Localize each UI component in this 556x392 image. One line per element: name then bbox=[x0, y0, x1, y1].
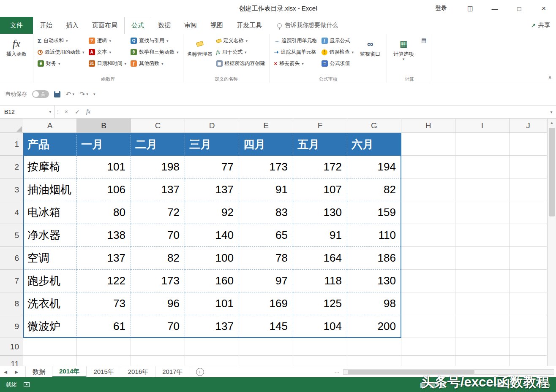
cell-J8[interactable] bbox=[510, 292, 547, 315]
sheet-tab-2016年[interactable]: 2016年 bbox=[121, 366, 155, 377]
cell-E11[interactable] bbox=[239, 356, 293, 366]
insert-function-icon[interactable]: fx bbox=[83, 105, 94, 118]
cell-F7[interactable]: 118 bbox=[293, 270, 347, 292]
cell-C2[interactable]: 198 bbox=[131, 156, 185, 178]
cell-G3[interactable]: 82 bbox=[347, 178, 401, 201]
cell-D10[interactable] bbox=[185, 338, 239, 356]
cell-I3[interactable] bbox=[455, 178, 510, 201]
cell-D5[interactable]: 140 bbox=[185, 224, 239, 247]
cell-G5[interactable]: 110 bbox=[347, 224, 401, 247]
macro-record-icon[interactable] bbox=[24, 382, 30, 387]
create-from-selection-button[interactable]: ▦ 根据所选内容创建 bbox=[215, 58, 267, 69]
cell-A6[interactable]: 空调 bbox=[23, 247, 77, 270]
cell-B2[interactable]: 101 bbox=[77, 156, 131, 178]
cell-H10[interactable] bbox=[401, 338, 455, 356]
cell-G11[interactable] bbox=[347, 356, 401, 366]
cell-E2[interactable]: 173 bbox=[239, 156, 293, 178]
cell-J6[interactable] bbox=[510, 247, 547, 270]
tab-developer[interactable]: 开发工具 bbox=[230, 17, 269, 34]
sheet-tab-数据[interactable]: 数据 bbox=[25, 366, 52, 377]
horizontal-scrollbar[interactable] bbox=[343, 369, 554, 375]
error-checking-button[interactable]: ! 错误检查 ▾ bbox=[320, 46, 356, 58]
cell-J3[interactable] bbox=[510, 178, 547, 201]
tab-formulas[interactable]: 公式 bbox=[124, 17, 151, 34]
formula-input[interactable] bbox=[94, 105, 547, 118]
row-header-8[interactable]: 8 bbox=[0, 292, 23, 315]
cell-C1[interactable]: 二月 bbox=[131, 133, 185, 156]
cell-F3[interactable]: 107 bbox=[293, 178, 347, 201]
cell-I11[interactable] bbox=[455, 356, 510, 366]
tell-me-box[interactable]: 告诉我你想要做什么 bbox=[277, 17, 338, 34]
collapse-ribbon-icon[interactable]: ∧ bbox=[548, 74, 552, 80]
zoom-slider[interactable] bbox=[457, 384, 521, 385]
cell-F8[interactable]: 125 bbox=[293, 292, 347, 315]
calculate-sheet-button[interactable]: ▤ bbox=[418, 35, 429, 45]
tab-review[interactable]: 审阅 bbox=[177, 17, 204, 34]
cell-J9[interactable] bbox=[510, 315, 547, 338]
cell-E9[interactable]: 145 bbox=[239, 315, 293, 338]
row-header-7[interactable]: 7 bbox=[0, 270, 23, 292]
save-icon[interactable] bbox=[54, 91, 60, 97]
vertical-scrollbar-thumb[interactable] bbox=[549, 128, 555, 216]
cell-I6[interactable] bbox=[455, 247, 510, 270]
cell-C4[interactable]: 72 bbox=[131, 201, 185, 224]
cell-I9[interactable] bbox=[455, 315, 510, 338]
column-header-E[interactable]: E bbox=[239, 119, 293, 133]
row-header-1[interactable]: 1 bbox=[0, 133, 23, 156]
cell-B8[interactable]: 73 bbox=[77, 292, 131, 315]
cell-E3[interactable]: 91 bbox=[239, 178, 293, 201]
calculation-options-button[interactable]: ▦ 计算选项 ▾ bbox=[390, 35, 417, 62]
cell-A3[interactable]: 抽油烟机 bbox=[23, 178, 77, 201]
cell-B4[interactable]: 80 bbox=[77, 201, 131, 224]
cell-C3[interactable]: 137 bbox=[131, 178, 185, 201]
cell-E8[interactable]: 169 bbox=[239, 292, 293, 315]
cell-B5[interactable]: 138 bbox=[77, 224, 131, 247]
more-functions-button[interactable]: ƒ 其他函数 ▾ bbox=[129, 58, 180, 69]
cell-I8[interactable] bbox=[455, 292, 510, 315]
maximize-icon[interactable]: □ bbox=[507, 0, 531, 17]
cell-H4[interactable] bbox=[401, 201, 455, 224]
cell-F9[interactable]: 104 bbox=[293, 315, 347, 338]
cell-J5[interactable] bbox=[510, 224, 547, 247]
logical-button[interactable]: ? 逻辑 ▾ bbox=[87, 35, 128, 46]
use-in-formula-button[interactable]: fx 用于公式 ▾ bbox=[215, 46, 267, 58]
cell-F2[interactable]: 172 bbox=[293, 156, 347, 178]
row-header-10[interactable]: 10 bbox=[0, 338, 23, 356]
cell-C6[interactable]: 82 bbox=[131, 247, 185, 270]
trace-dependents-button[interactable]: ⇢ 追踪从属单元格 bbox=[273, 46, 319, 58]
text-functions-button[interactable]: A 文本 ▾ bbox=[87, 46, 128, 58]
cell-G1[interactable]: 六月 bbox=[347, 133, 401, 156]
datetime-button[interactable]: 31 日期和时间 ▾ bbox=[87, 58, 128, 69]
autosave-toggle[interactable]: 关 bbox=[32, 90, 49, 98]
show-formulas-button[interactable]: ƒ 显示公式 bbox=[320, 35, 356, 46]
cell-F5[interactable]: 91 bbox=[293, 224, 347, 247]
column-header-H[interactable]: H bbox=[401, 119, 455, 133]
cancel-entry-icon[interactable]: × bbox=[61, 105, 72, 118]
cell-D11[interactable] bbox=[185, 356, 239, 366]
cell-A9[interactable]: 微波炉 bbox=[23, 315, 77, 338]
cell-G2[interactable]: 194 bbox=[347, 156, 401, 178]
cell-A2[interactable]: 按摩椅 bbox=[23, 156, 77, 178]
cell-E7[interactable]: 97 bbox=[239, 270, 293, 292]
cell-D1[interactable]: 三月 bbox=[185, 133, 239, 156]
cell-B6[interactable]: 137 bbox=[77, 247, 131, 270]
column-header-J[interactable]: J bbox=[510, 119, 547, 133]
cell-F6[interactable]: 164 bbox=[293, 247, 347, 270]
zoom-out-icon[interactable]: − bbox=[450, 381, 453, 388]
cell-C5[interactable]: 70 bbox=[131, 224, 185, 247]
column-header-C[interactable]: C bbox=[131, 119, 185, 133]
minimize-icon[interactable]: — bbox=[482, 0, 507, 17]
column-header-I[interactable]: I bbox=[455, 119, 510, 133]
evaluate-formula-button[interactable]: = 公式求值 bbox=[320, 58, 356, 69]
cell-G7[interactable]: 130 bbox=[347, 270, 401, 292]
cell-I5[interactable] bbox=[455, 224, 510, 247]
zoom-in-icon[interactable]: + bbox=[525, 381, 528, 388]
name-box[interactable]: B12 ▾ bbox=[0, 105, 55, 118]
cell-H8[interactable] bbox=[401, 292, 455, 315]
cell-I1[interactable] bbox=[455, 133, 510, 156]
column-header-G[interactable]: G bbox=[347, 119, 401, 133]
define-name-button[interactable]: 定义名称 ▾ bbox=[215, 35, 267, 46]
recent-functions-button[interactable]: 最近使用的函数 ▾ bbox=[36, 46, 86, 58]
cell-J10[interactable] bbox=[510, 338, 547, 356]
financial-button[interactable]: ¥ 财务 ▾ bbox=[36, 58, 86, 69]
